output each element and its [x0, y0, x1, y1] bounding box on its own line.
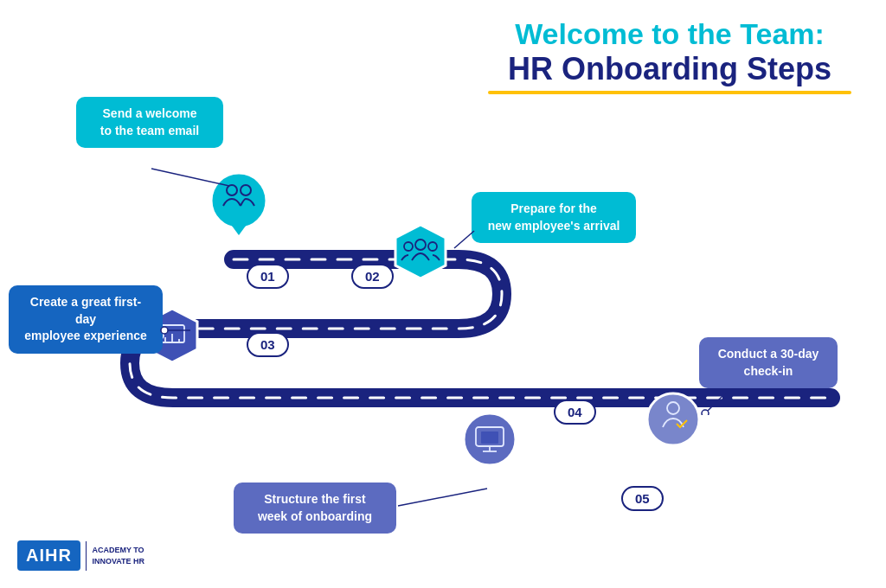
svg-marker-5 — [395, 225, 446, 278]
svg-point-27 — [702, 410, 709, 415]
step-02-icon — [392, 223, 449, 280]
aihr-logo: AIHR ACADEMY TO INNOVATE HR — [17, 540, 144, 571]
aihr-text: ACADEMY TO INNOVATE HR — [92, 545, 144, 566]
step-label-02: 02 — [351, 264, 394, 289]
step-label-05: 05 — [621, 486, 664, 511]
step-01-icon — [209, 171, 268, 240]
step-label-03: 03 — [247, 332, 289, 357]
title-area: Welcome to the Team: HR Onboarding Steps — [488, 17, 851, 94]
aihr-badge: AIHR — [17, 540, 80, 571]
callout-step-02: Prepare for thenew employee's arrival — [472, 192, 636, 243]
title-line1: Welcome to the Team: — [488, 17, 851, 51]
callout-step-04: Structure the firstweek of onboarding — [234, 483, 396, 534]
aihr-divider — [86, 541, 87, 571]
step-05-icon — [645, 391, 702, 448]
svg-rect-22 — [481, 431, 498, 444]
svg-line-23 — [398, 489, 487, 506]
callout-step-03: Create a great first-dayemployee experie… — [9, 285, 163, 354]
svg-line-26 — [705, 393, 725, 413]
title-line2: HR Onboarding Steps — [488, 51, 851, 87]
callout-step-01: Send a welcometo the team email — [76, 97, 223, 148]
step-label-01: 01 — [247, 264, 289, 289]
callout-step-05: Conduct a 30-daycheck-in — [699, 337, 838, 388]
svg-point-24 — [647, 393, 699, 445]
title-underline — [488, 91, 851, 94]
step-04-icon — [461, 411, 518, 468]
step-label-04: 04 — [554, 399, 596, 425]
